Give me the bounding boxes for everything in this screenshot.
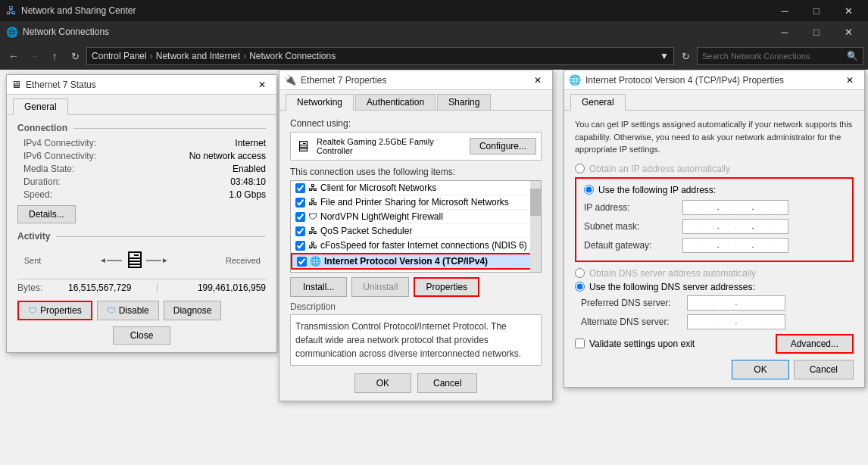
props-win-title: Ethernet 7 Properties: [301, 75, 523, 86]
advanced-button[interactable]: Advanced...: [776, 334, 854, 354]
breadcrumb-ni[interactable]: Network and Internet: [156, 51, 240, 61]
network-icon-4: 🖧: [308, 240, 317, 251]
alt-dns-input[interactable]: . . .: [687, 314, 785, 329]
props-win-icon: 🔌: [284, 74, 296, 86]
network-icon-5: 🌐: [310, 256, 321, 267]
close-button[interactable]: Close: [113, 326, 171, 345]
bytes-label: Bytes:: [17, 282, 48, 293]
props-win-close[interactable]: ✕: [528, 73, 548, 88]
props-window: 🔌 Ethernet 7 Properties ✕ Networking Aut…: [279, 70, 553, 401]
list-item-0[interactable]: 🖧 Client for Microsoft Networks: [291, 181, 541, 195]
tcpip-titlebar: 🌐 Internet Protocol Version 4 (TCP/IPv4)…: [564, 70, 864, 90]
list-item-4[interactable]: 🖧 cFosSpeed for faster Internet connecti…: [291, 239, 541, 253]
nsc-maximize[interactable]: □: [803, 0, 830, 21]
ip-input[interactable]: . . . . .: [682, 200, 788, 215]
search-input[interactable]: [702, 51, 844, 61]
uninstall-button[interactable]: Uninstall: [351, 277, 409, 297]
list-item-5[interactable]: 🌐 Internet Protocol Version 4 (TCP/IPv4): [291, 253, 541, 270]
arrow-left-icon: ◄: [99, 256, 107, 264]
nav-forward[interactable]: →: [25, 47, 43, 65]
disable-button[interactable]: 🛡 Disable: [97, 301, 159, 320]
nc-close[interactable]: ✕: [835, 21, 862, 42]
list-item-2[interactable]: 🛡 NordVPN LightWeight Firewall: [291, 210, 541, 224]
nsc-title: Network and Sharing Center: [21, 5, 767, 16]
field-speed: Speed: 1.0 Gbps: [23, 189, 266, 200]
bytes-sep: [157, 282, 158, 293]
action-btn-row: Install... Uninstall Properties: [290, 277, 542, 297]
search-box[interactable]: 🔍: [697, 47, 863, 65]
item-5-check[interactable]: [297, 257, 307, 267]
item-2-check[interactable]: [295, 212, 305, 222]
network-icon-6: 🖧: [308, 271, 317, 273]
tcpip-win-icon: 🌐: [569, 74, 581, 86]
props-cancel-button[interactable]: Cancel: [417, 373, 477, 393]
radio-manual-ip[interactable]: [584, 185, 594, 195]
item-1-check[interactable]: [295, 198, 305, 208]
list-scrollbar[interactable]: [530, 181, 541, 272]
dns-section: Obtain DNS server address automatically …: [575, 268, 854, 329]
details-button[interactable]: Details...: [17, 205, 76, 223]
nsc-icon: 🖧: [6, 5, 17, 17]
tcpip-cancel-button[interactable]: Cancel: [794, 360, 854, 379]
item-properties-button[interactable]: Properties: [414, 277, 479, 297]
breadcrumb-cp[interactable]: Control Panel: [92, 51, 147, 61]
subnet-input[interactable]: . . . . .: [682, 219, 788, 234]
tcpip-win-close[interactable]: ✕: [840, 73, 860, 88]
props-ok-button[interactable]: OK: [354, 373, 411, 393]
properties-button[interactable]: 🛡 Properties: [17, 301, 92, 320]
item-6-check[interactable]: [295, 272, 305, 273]
tab-networking[interactable]: Networking: [286, 94, 354, 111]
tab-sharing[interactable]: Sharing: [437, 94, 491, 111]
tab-general[interactable]: General: [570, 94, 626, 111]
nsc-minimize[interactable]: ─: [771, 0, 798, 21]
nav-refresh2[interactable]: ↻: [676, 47, 695, 65]
status-btn-row: 🛡 Properties 🛡 Disable Diagnose: [17, 301, 266, 320]
radio-auto-ip-label: Obtain an IP address automatically: [589, 164, 730, 174]
radio-auto-dns[interactable]: [575, 268, 585, 278]
list-item-6[interactable]: 🖧 Microsoft Network Adapter Multiplexor …: [291, 270, 541, 273]
tab-authentication[interactable]: Authentication: [355, 94, 436, 111]
radio-auto-ip[interactable]: [575, 164, 585, 173]
item-4-check[interactable]: [295, 241, 305, 251]
tcpip-ok-button[interactable]: OK: [732, 360, 788, 379]
configure-button[interactable]: Configure...: [470, 138, 536, 154]
pref-dns-input[interactable]: . . .: [687, 295, 785, 311]
connection-section-label: Connection: [17, 123, 266, 133]
status-tab-general[interactable]: General: [13, 98, 68, 115]
status-win-close[interactable]: ✕: [252, 77, 272, 92]
activity-label: Activity: [17, 231, 266, 242]
gateway-input[interactable]: . . . . .: [682, 238, 788, 253]
item-3-check[interactable]: [295, 226, 305, 236]
nsc-close[interactable]: ✕: [835, 0, 862, 21]
diagnose-button[interactable]: Diagnose: [164, 301, 222, 320]
list-item-3[interactable]: 🖧 QoS Packet Scheduler: [291, 224, 541, 239]
manual-ip-group: Use the following IP address: IP address…: [575, 177, 854, 262]
disable-icon: 🛡: [107, 305, 116, 316]
pc-icons: ◄ 🖥 ►: [48, 246, 220, 274]
field-duration: Duration: 03:48:10: [23, 176, 266, 187]
breadcrumb-sep1: ›: [150, 51, 153, 61]
nav-up[interactable]: ↑: [45, 47, 64, 65]
item-0-check[interactable]: [295, 183, 305, 193]
radio-manual-ip-label: Use the following IP address:: [598, 185, 716, 195]
line-right: [146, 260, 161, 261]
nav-refresh[interactable]: ↻: [66, 47, 84, 65]
nc-minimize[interactable]: ─: [771, 21, 798, 42]
tcpip-tab-strip: General: [564, 90, 864, 111]
search-icon: 🔍: [847, 51, 858, 61]
breadcrumb-dropdown[interactable]: ▼: [660, 51, 669, 61]
install-button[interactable]: Install...: [290, 277, 347, 297]
radio-manual-dns[interactable]: [575, 282, 585, 292]
validate-checkbox[interactable]: [575, 339, 585, 348]
breadcrumb: Control Panel › Network and Internet › N…: [86, 47, 674, 65]
scrollbar-thumb[interactable]: [530, 189, 541, 216]
list-item-1[interactable]: 🖧 File and Printer Sharing for Microsoft…: [291, 195, 541, 210]
props-tab-strip: Networking Authentication Sharing: [279, 90, 552, 111]
nav-back[interactable]: ←: [5, 47, 23, 65]
nc-title: Network Connections: [23, 27, 767, 37]
nc-maximize[interactable]: □: [803, 21, 830, 42]
breadcrumb-nc[interactable]: Network Connections: [249, 51, 336, 61]
bytes-row: Bytes: 16,515,567,729 199,461,016,959: [17, 279, 266, 293]
gateway-label: Default gateway:: [584, 240, 682, 251]
nsc-titlebar: 🖧 Network and Sharing Center ─ □ ✕: [0, 0, 868, 21]
